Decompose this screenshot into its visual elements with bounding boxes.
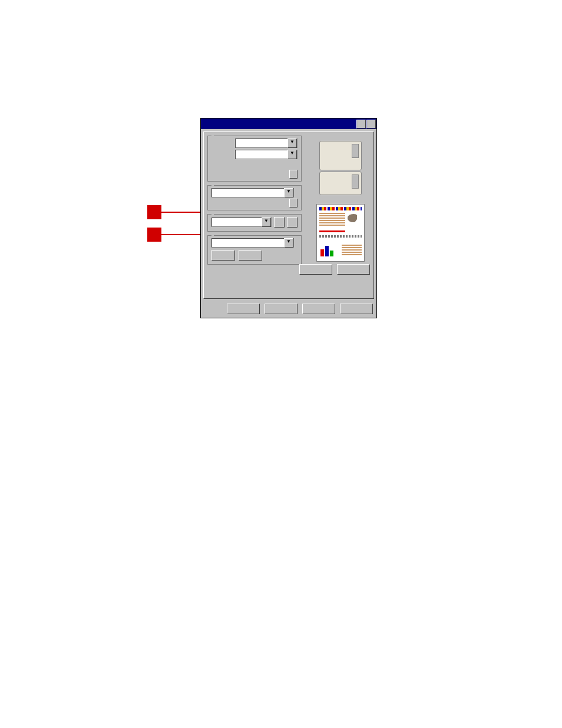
finishing-mode-combo[interactable]: ▼ — [211, 188, 294, 197]
driver-settings-combo[interactable]: ▼ — [211, 238, 294, 248]
about-button[interactable] — [299, 264, 332, 275]
size-combo[interactable]: ▼ — [235, 139, 297, 148]
callout-2 — [147, 228, 161, 242]
titlebar-close-button[interactable] — [366, 120, 376, 129]
chevron-down-icon: ▼ — [262, 218, 271, 227]
ok-button[interactable] — [227, 304, 260, 314]
chevron-down-icon: ▼ — [287, 150, 297, 159]
page-preview — [316, 204, 365, 262]
callout-1 — [147, 205, 161, 219]
finishing-mode-group: ▼ — [207, 185, 302, 210]
cancel-button[interactable] — [265, 304, 297, 314]
print-properties-dialog: ▼ ▼ — [200, 118, 377, 318]
finishing-options-button[interactable] — [289, 199, 297, 207]
chevron-down-icon: ▼ — [287, 139, 297, 148]
apply-button[interactable] — [302, 304, 335, 314]
printer-illustration — [311, 136, 370, 200]
driver-add-button[interactable] — [211, 250, 235, 261]
source-combo[interactable]: ▼ — [235, 150, 297, 159]
duplex-combo[interactable]: ▼ — [211, 218, 272, 227]
help-button[interactable] — [340, 304, 373, 314]
page-footer — [0, 605, 562, 617]
media-group: ▼ ▼ — [207, 136, 302, 182]
default-button[interactable] — [337, 264, 370, 275]
driver-remove-button[interactable] — [239, 250, 262, 261]
chevron-down-icon: ▼ — [284, 238, 293, 248]
dialog-titlebar — [201, 118, 376, 129]
driver-settings-group: ▼ — [207, 235, 302, 265]
preview-column — [311, 136, 370, 264]
dialog-button-row — [201, 301, 376, 318]
paper-feed-options-button[interactable] — [289, 170, 297, 179]
chevron-down-icon: ▼ — [284, 188, 293, 197]
duplex-icon-button-2[interactable] — [287, 217, 297, 228]
dialog-figure: ▼ ▼ — [144, 118, 427, 330]
duplex-group: ▼ — [207, 214, 302, 232]
titlebar-help-button[interactable] — [356, 120, 366, 129]
setup-tab-panel: ▼ ▼ — [203, 131, 374, 299]
duplex-icon-button[interactable] — [274, 217, 285, 228]
